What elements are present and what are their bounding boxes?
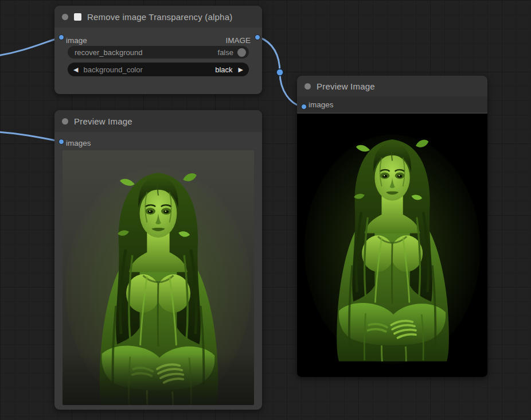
node-title-bar[interactable]: Remove image Transparency (alpha) [54,6,262,28]
link-wire-left-to-image [0,38,59,56]
input-slot-label-images: images [309,100,334,109]
widget-recover-background[interactable]: recover_background false [68,46,249,59]
node-collapse-dot-icon[interactable] [304,83,311,90]
combo-left-arrow-icon[interactable]: ◀ [73,66,78,73]
input-slot-label-image: image [66,36,87,45]
node-title-bar[interactable]: Preview Image [54,110,262,132]
link-wire-left-to-images [0,132,59,141]
node-graph-canvas[interactable]: Remove image Transparency (alpha) image … [0,0,531,420]
link-wire-image-to-preview [259,37,303,107]
input-slot-image[interactable] [58,34,64,40]
node-preview-image-right[interactable]: Preview Image images [297,76,487,377]
widget-background-color[interactable]: ◀ background_color black ▶ [68,63,249,76]
preview-image [297,114,487,377]
widget-value: false [218,48,233,57]
input-slot-images[interactable] [301,104,307,110]
widget-value: black [215,65,232,74]
node-remove-image-transparency[interactable]: Remove image Transparency (alpha) image … [54,6,262,94]
preview-box-icon[interactable] [74,13,81,21]
node-title-bar[interactable]: Preview Image [297,76,487,96]
output-slot-label-image: IMAGE [225,36,251,45]
widget-label: recover_background [75,48,218,57]
node-collapse-dot-icon[interactable] [62,14,68,20]
toggle-knob-icon[interactable] [237,48,246,57]
combo-right-arrow-icon[interactable]: ▶ [239,66,243,73]
node-title: Remove image Transparency (alpha) [87,12,232,22]
widget-label: background_color [83,65,215,74]
node-preview-image-left[interactable]: Preview Image images [54,110,262,410]
input-slot-label-images: images [66,139,91,147]
node-collapse-dot-icon[interactable] [62,118,68,125]
node-title: Preview Image [317,81,375,91]
link-midpoint-dot[interactable] [276,69,283,76]
output-slot-image[interactable] [255,34,260,40]
preview-image [63,150,254,405]
input-slot-images[interactable] [58,139,64,145]
node-title: Preview Image [74,116,132,126]
